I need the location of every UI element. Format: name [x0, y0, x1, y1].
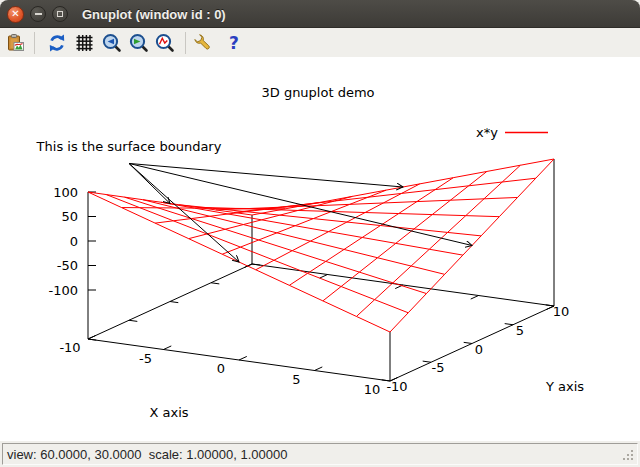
refresh-icon — [47, 33, 67, 53]
zoom-previous-button[interactable] — [100, 30, 124, 56]
y-tick-label: -10 — [386, 379, 407, 394]
view-scale-readout: view: 60.0000, 30.0000 scale: 1.00000, 1… — [3, 447, 287, 462]
annotation: This is the surface boundary — [36, 139, 472, 262]
wrench-icon — [193, 33, 213, 53]
minimize-icon — [35, 13, 42, 15]
grid-icon — [74, 33, 94, 53]
settings-button[interactable] — [191, 30, 215, 56]
export-image-icon — [6, 33, 26, 53]
y-tick-label: 10 — [553, 304, 570, 319]
window-title: Gnuplot (window id : 0) — [82, 7, 226, 22]
tick-labels: -10-50510-10-50510-100-50050100X axisY a… — [48, 185, 584, 421]
gnuplot-window: ✕ Gnuplot (window id : 0) — [0, 0, 640, 467]
autoscale-button[interactable] — [153, 30, 177, 56]
export-image-button[interactable] — [4, 30, 28, 56]
x-tick-label: -5 — [139, 351, 152, 366]
x-axis-title: X axis — [149, 405, 188, 420]
z-tick-label: -100 — [48, 283, 78, 298]
minimize-button[interactable] — [30, 6, 46, 22]
replot-button[interactable] — [45, 30, 69, 56]
x-tick-label: 0 — [217, 361, 225, 376]
plot-canvas[interactable]: -10-50510-10-50510-100-50050100X axisY a… — [0, 57, 640, 441]
surface-plot[interactable]: -10-50510-10-50510-100-50050100X axisY a… — [0, 57, 640, 441]
maximize-button[interactable] — [52, 6, 68, 22]
z-tick-label: -50 — [57, 258, 78, 273]
annotation-text: This is the surface boundary — [36, 139, 222, 154]
titlebar[interactable]: ✕ Gnuplot (window id : 0) — [0, 0, 640, 28]
help-icon: ? — [224, 33, 244, 53]
maximize-icon — [57, 11, 63, 17]
y-axis-title: Y axis — [545, 379, 584, 394]
y-tick-label: 0 — [475, 342, 483, 357]
status-panel: view: 60.0000, 30.0000 scale: 1.00000, 1… — [2, 443, 638, 465]
toggle-grid-button[interactable] — [72, 30, 96, 56]
close-icon: ✕ — [11, 9, 19, 19]
z-tick-label: 100 — [53, 185, 78, 200]
help-button[interactable]: ? — [222, 30, 246, 56]
close-button[interactable]: ✕ — [7, 6, 24, 23]
x-tick-label: 5 — [292, 372, 300, 387]
zoom-next-button[interactable] — [127, 30, 151, 56]
help-glyph: ? — [229, 33, 239, 53]
unzoom-icon — [155, 33, 175, 53]
legend-label: x*y — [476, 125, 498, 140]
zoom-next-icon — [129, 33, 149, 53]
legend: x*y — [476, 125, 548, 140]
x-tick-label: 10 — [364, 382, 381, 397]
toolbar: ? — [0, 28, 640, 57]
z-tick-label: 0 — [70, 234, 78, 249]
zoom-previous-icon — [102, 33, 122, 53]
resize-grip[interactable] — [621, 448, 635, 462]
plot-title: 3D gnuplot demo — [261, 85, 374, 100]
toolbar-separator — [185, 32, 186, 54]
y-tick-label: 5 — [516, 323, 524, 338]
y-tick-label: -5 — [432, 360, 445, 375]
z-tick-label: 50 — [61, 209, 78, 224]
toolbar-separator — [34, 32, 35, 54]
statusbar: view: 60.0000, 30.0000 scale: 1.00000, 1… — [0, 441, 640, 467]
surface-mesh — [88, 159, 554, 332]
x-tick-label: -10 — [59, 340, 80, 355]
